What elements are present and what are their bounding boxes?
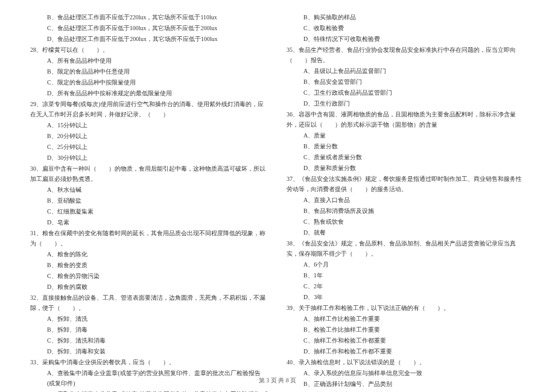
option-line: C、25分钟以上 <box>30 142 268 152</box>
option-line: D、粮食的腐败 <box>30 282 268 292</box>
question-line: 38、《食品安全法》规定，食品原料、食品添加剂、食品相关产品进货查验记录应当真实… <box>287 238 525 259</box>
option-line: A、抽样工作比检验工作重要 <box>287 314 525 324</box>
option-line: B、食品处理区工作面不应低于220lux，其它场所不应低于110lux <box>30 12 268 22</box>
option-line: C、卫生行政或食品药品监管部门 <box>287 87 525 98</box>
option-line: B、限定的食品品种中任意使用 <box>30 66 268 77</box>
option-line: C、食品处理区工作面不应低于100lux，其它场所不应低于200lux <box>30 23 268 33</box>
option-line: C、红细胞凝集素 <box>30 206 268 217</box>
question-line: 39、关于抽样工作和检验工作，以下说法正确的有（ ）。 <box>287 303 525 313</box>
question-line: 32、直接接触食品的设备、工具、管道表面要清洁，边角圆滑，无死角，不易积垢，不漏… <box>30 292 268 313</box>
right-column: B、购买抽取的样品C、收取检验费D、特殊情况下可收取检验费35、食品生产经营者、… <box>287 12 525 365</box>
option-line: C、限定的食品品种中按限量使用 <box>30 77 268 87</box>
option-line: B、20分钟以上 <box>30 131 268 141</box>
question-line: 30、扁豆中含有一种叫（ ）的物质，食用后能引起中毒，这种物质高温可破坏，所以加… <box>30 163 268 184</box>
option-line: B、食品安全监管部门 <box>287 77 525 87</box>
option-line: C、熟食或饮食 <box>287 217 525 227</box>
question-line: 40、录入抽检信息时，以下说法错误的是（ ）。 <box>287 357 525 367</box>
option-line: D、皂素 <box>30 217 268 227</box>
option-line: B、1年 <box>287 270 525 280</box>
option-line: D、卫生行政部门 <box>287 98 525 109</box>
option-line: A、县级以上食品药品监督部门 <box>287 66 525 76</box>
option-line: B、拆卸、消毒 <box>30 324 268 335</box>
option-line: B、检验工作比抽样工作重要 <box>287 324 525 335</box>
option-line: C、2年 <box>287 281 525 291</box>
option-line: A、秋水仙碱 <box>30 185 268 195</box>
option-line: D、特殊情况下可收取检验费 <box>287 34 525 44</box>
page-footer: 第 3 页 共 8 页 <box>0 376 555 385</box>
option-line: D、30分钟以上 <box>30 153 268 163</box>
question-line: 29、凉菜专间每餐(或每次)使用前应进行空气和操作台的消毒。使用紫外线灯消毒的，… <box>30 99 268 119</box>
option-line: B、亚硝酸盐 <box>30 195 268 206</box>
option-line: C、收取检验费 <box>287 23 525 33</box>
option-line: D、食品处理区工作面不应低于200lux，其它场所不应低于100lux <box>30 34 268 44</box>
option-line: A、15分钟以上 <box>30 120 268 130</box>
option-line: D、质量和质量分数 <box>287 163 525 173</box>
option-line: B、索取集中消毒企业盖章(或签字)的营业执照复印件、盖章的批次出厂检验报告(或复… <box>30 389 268 392</box>
question-line: 33、采购集中消毒企业供应的餐饮具，应当（ ）。 <box>30 357 268 367</box>
option-line: C、粮食的异物污染 <box>30 271 268 281</box>
left-column: B、食品处理区工作面不应低于220lux，其它场所不应低于110luxC、食品处… <box>30 12 268 365</box>
option-line: A、所有食品品种中使用 <box>30 55 268 66</box>
option-line: A、直接入口食品 <box>287 195 525 205</box>
option-line: A、6个月 <box>287 259 525 270</box>
option-line: A、拆卸、清洗 <box>30 314 268 324</box>
question-line: 35、食品生产经营者、食品行业协会发现食品安全标准执行中存在问题的，应当立即向（… <box>287 45 525 65</box>
option-line: B、粮食的变质 <box>30 260 268 270</box>
question-line: 31、粮食在保藏中的变化有随着时间的延长，其食用品质会出现不同程度降低的现象，称… <box>30 228 268 248</box>
option-line: D、抽样工作和检验工作都不重要 <box>287 346 525 356</box>
question-line: 28、柠檬黄可以在（ ）。 <box>30 45 268 55</box>
question-line: 37、《食品安全法实施条例》规定，餐饮服务是指通过即时制作加工、商业销售和服务性… <box>287 174 525 194</box>
option-line: C、质量或者质量分数 <box>287 152 525 162</box>
option-line: C、抽样联系人应录入单位或部门名称 <box>287 390 525 392</box>
question-line: 36、容器中含有固、液两相物质的食品，且固相物质为主要食品配料时，除标示净含量外… <box>287 109 525 130</box>
option-line: B、购买抽取的样品 <box>287 12 525 22</box>
option-line: A、粮食的陈化 <box>30 249 268 259</box>
option-line: B、食品和消费场所及设施 <box>287 206 525 216</box>
option-line: D、就餐 <box>287 227 525 238</box>
option-line: D、拆卸、消毒和安装 <box>30 346 268 356</box>
option-line: B、质量分数 <box>287 141 525 151</box>
option-line: D、3年 <box>287 292 525 302</box>
option-line: A、质量 <box>287 130 525 141</box>
option-line: C、抽样工作和检验工作都重要 <box>287 335 525 346</box>
option-line: C、拆卸、清洗和消毒 <box>30 335 268 346</box>
option-line: D、所有食品品种中按标准规定的最低限量使用 <box>30 88 268 98</box>
